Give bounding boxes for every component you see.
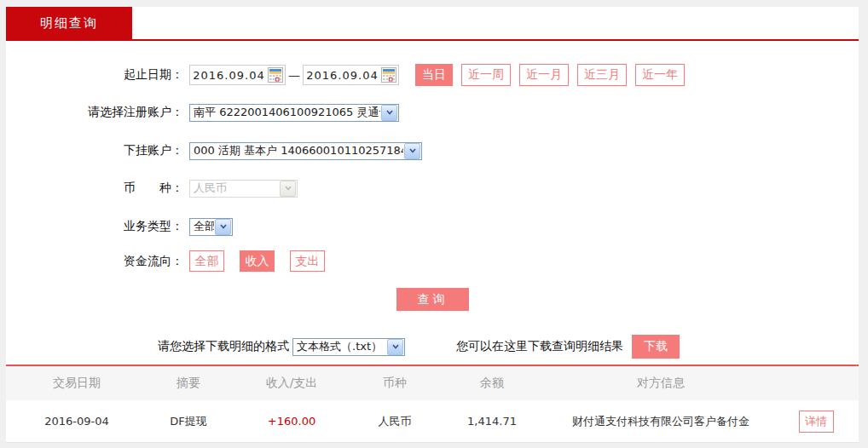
chevron-down-icon[interactable] (215, 219, 231, 235)
header-summary: 摘要 (148, 376, 229, 391)
chevron-down-icon[interactable] (387, 339, 403, 355)
quick-range-today-button[interactable]: 当日 (415, 64, 453, 86)
chevron-down-icon[interactable] (404, 143, 420, 159)
registered-account-row: 请选择注册账户： 南平 6222001406100921065 灵通卡 (6, 103, 399, 122)
download-row: 请您选择下载明细的格式 文本格式（.txt） 您可以在这里下载查询明细结果 下载 (6, 335, 680, 359)
download-button[interactable]: 下载 (632, 335, 680, 359)
currency-row: 币 种： 人民币 (6, 179, 298, 198)
chevron-down-icon (280, 181, 296, 197)
row-date: 2016-09-04 (6, 415, 148, 428)
row-balance: 1,414.71 (436, 415, 548, 428)
download-format-select[interactable]: 文本格式（.txt） (292, 338, 405, 356)
sub-account-label: 下挂账户： (6, 143, 183, 158)
currency-label: 币 种： (6, 181, 183, 196)
fund-flow-income-button[interactable]: 收入 (240, 250, 275, 272)
header-date: 交易日期 (6, 376, 148, 391)
detail-button[interactable]: 详情 (799, 411, 834, 433)
business-type-label: 业务类型： (6, 219, 183, 234)
chevron-down-icon[interactable] (381, 105, 397, 121)
currency-select: 人民币 (189, 180, 298, 198)
start-date-input[interactable]: 2016.09.04 (189, 65, 286, 85)
quick-range-year-button[interactable]: 近一年 (635, 64, 685, 86)
row-currency: 人民币 (354, 414, 436, 429)
table-row: 2016-09-04 DF提现 +160.00 人民币 1,414.71 财付通… (6, 400, 859, 443)
date-range-label: 起止日期： (6, 67, 183, 83)
sub-account-select[interactable]: 000 活期 基本户 1406600101102571848 (189, 142, 422, 160)
start-date-value: 2016.09.04 (190, 69, 268, 82)
currency-value: 人民币 (194, 181, 279, 196)
row-counterparty: 财付通支付科技有限公司客户备付金 (548, 414, 773, 429)
end-date-input[interactable]: 2016.09.04 (303, 65, 399, 85)
business-type-select[interactable]: 全部 (189, 218, 233, 236)
header-counterparty: 对方信息 (548, 376, 773, 391)
table-header-row: 交易日期 摘要 收入/支出 币种 余额 对方信息 (6, 366, 859, 400)
download-hint: 您可以在这里下载查询明细结果 (456, 339, 623, 354)
quick-range-3months-button[interactable]: 近三月 (577, 64, 627, 86)
calendar-icon[interactable] (381, 67, 396, 83)
download-format-label: 请您选择下载明细的格式 (158, 339, 289, 354)
row-summary: DF提现 (148, 414, 229, 429)
date-range-row: 起止日期： 2016.09.04 — 2016.09.04 (6, 63, 685, 87)
fund-flow-all-button[interactable]: 全部 (189, 250, 224, 272)
fund-flow-row: 资金流向： 全部 收入 支出 (6, 250, 340, 272)
tab-underline (6, 39, 859, 41)
calendar-icon[interactable] (268, 67, 283, 83)
business-type-value: 全部 (194, 219, 214, 234)
sub-account-value: 000 活期 基本户 1406600101102571848 (194, 143, 403, 158)
end-date-value: 2016.09.04 (304, 69, 381, 82)
query-button[interactable]: 查询 (396, 288, 469, 311)
registered-account-select[interactable]: 南平 6222001406100921065 灵通卡 (189, 104, 399, 122)
date-separator: — (288, 68, 300, 82)
sub-account-row: 下挂账户： 000 活期 基本户 1406600101102571848 (6, 141, 422, 160)
quick-range-month-button[interactable]: 近一月 (519, 64, 569, 86)
registered-account-value: 南平 6222001406100921065 灵通卡 (194, 105, 380, 120)
tab-detail-query[interactable]: 明细查询 (6, 7, 132, 39)
quick-range-week-button[interactable]: 近一周 (461, 64, 511, 86)
download-format-value: 文本格式（.txt） (297, 339, 386, 354)
business-type-row: 业务类型： 全部 (6, 217, 233, 236)
fund-flow-label: 资金流向： (6, 254, 183, 269)
registered-account-label: 请选择注册账户： (6, 105, 183, 120)
detail-query-panel: 明细查询 起止日期： 2016.09.04 — 2016.09.04 (6, 7, 859, 443)
header-amount: 收入/支出 (229, 376, 354, 391)
header-balance: 余额 (436, 376, 548, 391)
row-action-cell: 详情 (773, 411, 859, 433)
fund-flow-expense-button[interactable]: 支出 (290, 250, 325, 272)
header-currency: 币种 (354, 376, 436, 391)
row-amount: +160.00 (229, 415, 354, 428)
